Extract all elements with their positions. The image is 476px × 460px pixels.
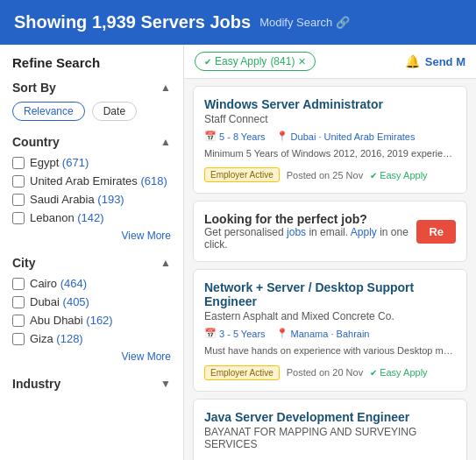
check-icon xyxy=(204,55,211,67)
country-item-lebanon: Lebanon (142) xyxy=(12,211,171,224)
job-meta-2: 3 - 5 Years Manama · Bahrain xyxy=(204,328,456,339)
job-desc-1: Minimum 5 Years of Windows 2012, 2016, 2… xyxy=(204,147,456,160)
country-view-more[interactable]: View More xyxy=(12,230,171,242)
city-item-abudhabi: Abu Dhabi (162) xyxy=(12,314,171,327)
job-company-2: Eastern Asphalt and Mixed Concrete Co. xyxy=(204,310,456,322)
city-chevron-icon: ▲ xyxy=(160,257,171,269)
filter-count: (841) xyxy=(270,55,295,67)
industry-label: Industry xyxy=(12,377,60,391)
perfect-job-banner: Looking for the perfect job? Get persona… xyxy=(193,201,467,262)
city-checkbox-abudhabi[interactable] xyxy=(12,315,25,327)
country-section: Country ▲ Egypt (671) United Arab Emirat… xyxy=(12,135,171,242)
job-card-1[interactable]: Windows Server Administrator Staff Conne… xyxy=(193,86,467,194)
job-years-2: 3 - 5 Years xyxy=(204,328,266,339)
easy-apply-1[interactable]: Easy Apply xyxy=(370,170,427,180)
sort-by-options: Relevance Date xyxy=(12,102,171,121)
country-item-egypt: Egypt (671) xyxy=(12,156,171,169)
sort-by-section: Sort By ▲ Relevance Date xyxy=(12,81,171,121)
country-item-saudi: Saudi Arabia (193) xyxy=(12,193,171,206)
easy-apply-2[interactable]: Easy Apply xyxy=(370,367,427,378)
country-checkbox-egypt[interactable] xyxy=(12,157,25,169)
sort-date-button[interactable]: Date xyxy=(92,102,137,121)
apply-link[interactable]: Apply xyxy=(351,226,377,238)
top-bar: Easy Apply (841) ✕ Send M xyxy=(184,45,476,79)
employer-active-badge-2: Employer Active xyxy=(204,365,280,380)
bell-icon[interactable] xyxy=(405,53,420,69)
job-company-1: Staff Connect xyxy=(204,113,456,125)
industry-header: Industry ▼ xyxy=(12,377,171,391)
calendar-icon xyxy=(204,131,217,142)
easy-apply-check-icon-1 xyxy=(370,170,377,180)
country-checkbox-lebanon[interactable] xyxy=(12,212,25,224)
sort-relevance-button[interactable]: Relevance xyxy=(12,102,85,121)
location-icon xyxy=(276,131,288,142)
industry-section: Industry ▼ xyxy=(12,377,171,391)
city-header: City ▲ xyxy=(12,256,171,270)
send-me-button[interactable]: Send M xyxy=(425,55,465,68)
right-panel: Easy Apply (841) ✕ Send M Windows Server… xyxy=(184,45,476,460)
banner-text: Looking for the perfect job? Get persona… xyxy=(204,212,416,251)
job-card-2[interactable]: Network + Server / Desktop Support Engin… xyxy=(193,269,467,391)
job-footer-2: Employer Active Posted on 20 Nov Easy Ap… xyxy=(204,365,456,380)
job-footer-1: Employer Active Posted on 25 Nov Easy Ap… xyxy=(204,167,456,182)
job-meta-1: 5 - 8 Years Dubai · United Arab Emirates xyxy=(204,131,456,142)
job-card-3[interactable]: Java Server Development Engineer BAYANAT… xyxy=(193,399,467,460)
header: Showing 1,939 Servers Jobs Modify Search… xyxy=(0,0,476,45)
register-button[interactable]: Re xyxy=(416,220,456,244)
sidebar-title: Refine Search xyxy=(12,55,171,70)
easy-apply-filter[interactable]: Easy Apply (841) ✕ xyxy=(195,52,316,71)
country-header: Country ▲ xyxy=(12,135,171,149)
employer-active-badge-1: Employer Active xyxy=(204,167,280,182)
location-icon-2 xyxy=(276,328,288,339)
city-section: City ▲ Cairo (464) Dubai (405) Abu Dhabi… xyxy=(12,256,171,363)
job-company-3: BAYANAT FOR MAPPING AND SURVEYING SERVIC… xyxy=(204,426,456,450)
banner-heading: Looking for the perfect job? xyxy=(204,212,416,226)
job-title-3: Java Server Development Engineer xyxy=(204,410,456,424)
city-item-dubai: Dubai (405) xyxy=(12,295,171,308)
page-title: Showing 1,939 Servers Jobs xyxy=(14,12,251,32)
posted-date-1: Posted on 25 Nov xyxy=(287,170,363,180)
job-list: Windows Server Administrator Staff Conne… xyxy=(184,79,476,460)
city-checkbox-cairo[interactable] xyxy=(12,278,25,290)
city-checkbox-dubai[interactable] xyxy=(12,296,25,308)
country-item-uae: United Arab Emirates (618) xyxy=(12,174,171,188)
sort-by-chevron-icon: ▲ xyxy=(160,81,171,94)
country-label: Country xyxy=(12,135,60,149)
topbar-right: Send M xyxy=(405,53,465,69)
city-view-more[interactable]: View More xyxy=(12,350,171,363)
country-checkbox-saudi[interactable] xyxy=(12,194,25,206)
filter-label: Easy Apply xyxy=(215,55,266,67)
city-item-cairo: Cairo (464) xyxy=(12,277,171,290)
city-checkbox-giza[interactable] xyxy=(12,333,25,345)
job-years-1: 5 - 8 Years xyxy=(204,131,266,142)
filter-close-icon[interactable]: ✕ xyxy=(298,56,306,67)
job-location-1: Dubai · United Arab Emirates xyxy=(276,131,416,142)
sidebar: Refine Search Sort By ▲ Relevance Date C… xyxy=(0,45,184,460)
sort-by-header: Sort By ▲ xyxy=(12,81,171,95)
sort-by-label: Sort By xyxy=(12,81,56,95)
easy-apply-check-icon-2 xyxy=(370,367,377,378)
job-title-1: Windows Server Administrator xyxy=(204,97,456,111)
posted-date-2: Posted on 20 Nov xyxy=(287,367,363,378)
job-location-2: Manama · Bahrain xyxy=(276,328,370,339)
job-desc-2: Must have hands on experience with vario… xyxy=(204,344,456,357)
industry-chevron-icon: ▼ xyxy=(160,378,171,390)
link-icon: 🔗 xyxy=(336,16,350,29)
job-title-2: Network + Server / Desktop Support Engin… xyxy=(204,280,456,308)
country-chevron-icon: ▲ xyxy=(160,136,171,148)
city-label: City xyxy=(12,256,35,270)
banner-body: Get personalised jobs in email. Apply in… xyxy=(204,226,416,251)
country-checkbox-uae[interactable] xyxy=(12,175,25,188)
calendar-icon-2 xyxy=(204,328,217,339)
jobs-link[interactable]: jobs xyxy=(287,226,306,238)
modify-search-link[interactable]: Modify Search 🔗 xyxy=(259,16,350,29)
main-layout: Refine Search Sort By ▲ Relevance Date C… xyxy=(0,45,476,460)
city-item-giza: Giza (128) xyxy=(12,332,171,345)
